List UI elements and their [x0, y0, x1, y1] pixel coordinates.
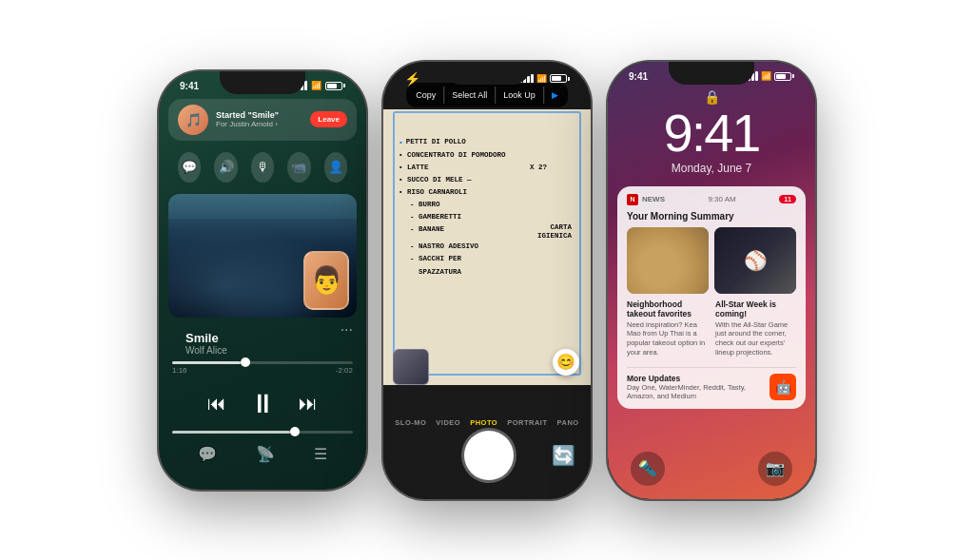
p1-volume-fill — [172, 431, 290, 434]
p3-news2-caption: All-Star Week is coming! — [715, 299, 796, 319]
p3-flashlight-button[interactable]: 🔦 — [631, 452, 665, 486]
p2-look-up-button[interactable]: Look Up — [496, 87, 544, 104]
p3-reddit-icon: 🤖 — [769, 374, 796, 400]
p2-shutter-row: 🔄 — [383, 431, 591, 480]
p3-news-image-1 — [627, 227, 709, 294]
p3-notif-images: ⚾ — [627, 227, 796, 294]
p2-camera-roll-thumbnail[interactable] — [393, 349, 429, 385]
p3-source-label: NEWS — [642, 195, 665, 203]
p2-camera-modes: SLO-MO VIDEO PHOTO PORTRAIT PANO — [383, 418, 591, 427]
p1-progress-fill — [172, 361, 241, 364]
p1-person-button[interactable]: 👤 — [324, 152, 347, 183]
p2-mode-pano[interactable]: PANO — [557, 418, 579, 427]
p3-news2-body: With the All-Star Game just around the c… — [715, 320, 796, 357]
p3-camera-button[interactable]: 📷 — [758, 452, 792, 486]
p1-banner-title: Started "Smile" — [216, 110, 302, 120]
p3-more-text-block: More Updates Day One, WaterMinder, Reddi… — [627, 374, 764, 402]
p3-food-image — [627, 227, 709, 294]
p2-line-3: • LATTE x 2? — [399, 162, 575, 174]
p1-facetime-thumbnail: 👨 — [303, 251, 349, 310]
p2-more-button[interactable]: ▶ — [544, 87, 566, 104]
p3-more-body: Day One, WaterMinder, Reddit, Tasty, Ama… — [627, 383, 764, 402]
p1-volume-thumb — [290, 427, 300, 436]
p1-time-elapsed: 1:16 — [172, 366, 187, 375]
p1-battery-icon — [325, 82, 345, 90]
p3-news-captions: Neighborhood takeout favorites Need insp… — [627, 299, 796, 361]
p2-line-6: - BURRO — [399, 199, 575, 211]
p1-time-row: 1:16 -2:02 — [172, 364, 353, 377]
p2-mode-portrait[interactable]: PORTRAIT — [507, 418, 547, 427]
p3-notif-source: N NEWS — [627, 194, 665, 205]
p3-news-icon: N — [627, 194, 638, 205]
phones-container: 9:41 📶 — [0, 0, 974, 560]
p3-clock-date: Monday, June 7 — [608, 162, 815, 183]
p2-mode-photo[interactable]: PHOTO — [470, 418, 497, 427]
p1-camera-button[interactable]: 📹 — [287, 152, 310, 183]
p2-line-4: • SUCCO DI MELE — — [399, 174, 575, 186]
p1-mic-button[interactable]: 🎙 — [251, 152, 274, 183]
p2-emoji-bubble[interactable]: 😊 — [553, 349, 579, 376]
p1-airplay-button[interactable]: 📡 — [256, 445, 275, 463]
p2-mode-video[interactable]: VIDEO — [436, 418, 460, 427]
p3-notif-badge: 11 — [779, 195, 796, 203]
phone3-screen: 9:41 📶 — [608, 62, 815, 499]
phone3-notch — [669, 62, 754, 85]
p3-wifi-icon: 📶 — [761, 71, 771, 81]
p1-track-info: Smile Wolf Alice — [172, 325, 353, 357]
p1-track-row: Smile Wolf Alice ··· — [159, 321, 366, 357]
phone2-screen: ⚡ ∧ 📶 — [383, 62, 591, 499]
phone-1: 9:41 📶 — [159, 71, 366, 490]
phone2-notch — [444, 62, 530, 85]
p2-context-menu: Copy Select All Look Up ▶ — [406, 83, 568, 107]
p1-more-button[interactable]: ··· — [341, 321, 353, 338]
p3-news1-body: Need inspiration? Kea Mao from Up Thai i… — [627, 320, 708, 357]
p1-rewind-button[interactable]: ⏮ — [207, 393, 226, 415]
p3-baseball-image: ⚾ — [714, 227, 796, 294]
p1-lyrics-button[interactable]: 💬 — [198, 445, 217, 463]
p2-line-1: • PETTI DI POLLO — [399, 136, 575, 149]
p1-track-title: Smile — [185, 331, 340, 345]
p1-queue-button[interactable]: ☰ — [314, 445, 327, 463]
p1-progress-track — [172, 361, 353, 364]
p3-notif-time: 9:30 AM — [708, 195, 735, 203]
p1-time: 9:41 — [180, 81, 199, 91]
p1-leave-button[interactable]: Leave — [310, 111, 347, 127]
p3-news-story-1: Neighborhood takeout favorites Need insp… — [627, 299, 708, 361]
p1-progress-bar[interactable]: 1:16 -2:02 — [159, 357, 366, 380]
p3-news1-caption: Neighborhood takeout favorites — [627, 299, 708, 319]
p2-note-content: • PETTI DI POLLO • CONCENTRATO DI POMODO… — [399, 136, 575, 279]
phone1-screen: 9:41 📶 — [159, 71, 366, 490]
p1-wifi-icon: 📶 — [311, 81, 321, 90]
p3-notif-header: N NEWS 9:30 AM 11 — [627, 194, 796, 205]
p2-flip-camera-button[interactable]: 🔄 — [552, 444, 575, 467]
p2-line-8: - BANANE CARTAIGIENICA — [399, 223, 575, 241]
p1-now-playing-banner[interactable]: 🎵 Started "Smile" For Justin Arnold › Le… — [168, 99, 357, 141]
p3-news-image-2: ⚾ — [714, 227, 796, 294]
phone1-notch — [220, 71, 305, 94]
p1-time-remaining: -2:02 — [336, 366, 353, 375]
p3-bottom-controls: 🔦 📷 — [608, 452, 815, 486]
p2-shutter-button[interactable] — [464, 431, 514, 480]
p1-track-artist: Wolf Alice — [185, 345, 340, 356]
p1-facetime-controls: 💬 🔊 🎙 📹 👤 — [159, 145, 366, 190]
p1-playback-controls: ⏮ ⏸ ⏭ — [159, 380, 366, 427]
p2-copy-button[interactable]: Copy — [408, 87, 444, 104]
p2-note-area: • PETTI DI POLLO • CONCENTRATO DI POMODO… — [383, 109, 591, 385]
p2-line-5: • RISO CARNAROLI — [399, 186, 575, 199]
p1-forward-button[interactable]: ⏭ — [299, 393, 318, 415]
p1-bottom-controls: 💬 📡 ☰ — [159, 437, 366, 473]
p1-pause-button[interactable]: ⏸ — [249, 388, 276, 419]
p1-banner-text: Started "Smile" For Justin Arnold › — [216, 110, 302, 128]
p1-volume-bar[interactable] — [159, 427, 366, 437]
p1-speaker-button[interactable]: 🔊 — [214, 152, 237, 183]
p1-album-art: 👨 — [168, 194, 357, 318]
p3-notif-divider — [627, 367, 796, 368]
p3-notification-card[interactable]: N NEWS 9:30 AM 11 Your Morning Summary ⚾ — [617, 186, 806, 410]
p2-mode-slomo[interactable]: SLO-MO — [395, 418, 426, 427]
p3-clock-time: 9:41 — [608, 106, 815, 162]
p2-line-7: - GAMBERETTI — [399, 211, 575, 223]
p3-notif-title: Your Morning Summary — [627, 211, 796, 222]
p2-line-2: • CONCENTRATO DI POMODORO — [399, 149, 575, 162]
p1-message-button[interactable]: 💬 — [178, 152, 201, 183]
p2-select-all-button[interactable]: Select All — [444, 87, 496, 104]
